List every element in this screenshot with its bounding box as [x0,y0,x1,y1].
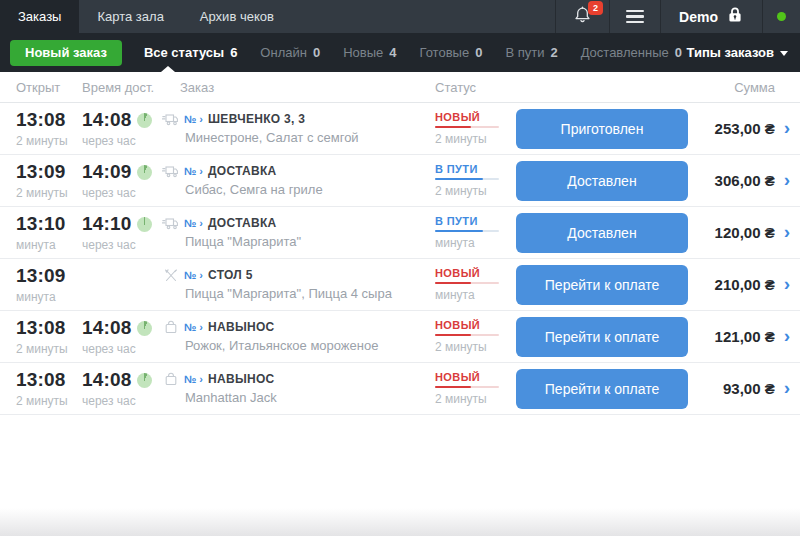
table-row[interactable]: 13:08 2 минуты 14:08 через час № › НАВЫН… [0,363,800,415]
status-time: 2 минуты [435,132,516,146]
truck-icon [162,165,179,178]
status-time: минута [435,288,516,302]
chevron-right-icon[interactable]: › [784,378,790,397]
chevron-right-icon[interactable]: › [784,274,790,293]
filter-count: 0 [475,45,482,60]
opened-time: 13:09 [16,161,82,183]
opened-ago: 2 минуты [16,134,82,148]
order-title: СТОЛ 5 [208,268,253,282]
filter-count: 0 [675,45,682,60]
order-title: НАВЫНОС [208,372,275,386]
user-account-button[interactable]: Demo [661,0,762,33]
tab-receipts-archive[interactable]: Архив чеков [182,0,292,33]
tab-hall-map[interactable]: Карта зала [79,0,181,33]
order-action-button[interactable]: Перейти к оплате [516,265,688,305]
filter-count: 2 [550,45,557,60]
opened-ago: минута [16,290,82,304]
chevron-down-icon [780,51,788,56]
table-row[interactable]: 13:08 2 минуты 14:08 через час № › ШЕВЧЕ… [0,103,800,155]
status-badge: НОВЫЙ [435,111,516,123]
menu-button[interactable] [610,0,660,33]
order-number-link[interactable]: № › [184,373,203,385]
opened-time: 13:08 [16,109,82,131]
header-delivery-time: Время дост. [82,80,162,95]
delivery-in: через час [82,238,162,252]
order-action-button[interactable]: Перейти к оплате [516,369,688,409]
user-name: Demo [679,9,718,25]
status-badge: НОВЫЙ [435,267,516,279]
navbar-spacer [292,0,555,33]
truck-icon [162,217,179,230]
order-action-button[interactable]: Доставлен [516,161,688,201]
order-title: НАВЫНОС [208,320,275,334]
order-action-button[interactable]: Приготовлен [516,109,688,149]
opened-time: 13:10 [16,213,82,235]
table-row[interactable]: 13:10 минута 14:10 через час № › ДОСТАВК… [0,207,800,259]
header-sum: Сумма [696,80,800,95]
notification-badge: 2 [588,1,603,15]
order-action-button[interactable]: Доставлен [516,213,688,253]
filter-label: Новые [343,45,383,60]
filter-in-transit[interactable]: В пути 2 [505,45,557,60]
tab-orders[interactable]: Заказы [0,0,79,33]
bottom-fade [0,508,800,536]
status-progress [435,282,499,284]
notifications-button[interactable]: 2 [556,0,609,33]
order-number-link[interactable]: № › [184,217,203,229]
order-sum: 306,00 ₴ [715,172,775,189]
order-items: Сибас, Семга на гриле [162,182,435,197]
table-row[interactable]: 13:09 минута № › СТОЛ 5 Пицца "Маргарита… [0,259,800,311]
filter-count: 6 [230,45,237,60]
filter-new[interactable]: Новые 4 [343,45,396,60]
order-number-link[interactable]: № › [184,113,203,125]
status-progress [435,386,499,388]
order-types-dropdown[interactable]: Типы заказов [687,45,789,60]
timer-icon [137,373,152,388]
order-number-link[interactable]: № › [184,165,203,177]
order-number-link[interactable]: № › [184,269,203,281]
order-sum: 93,00 ₴ [723,380,775,397]
connection-status [763,0,800,33]
status-badge: В ПУТИ [435,215,516,227]
filter-all-statuses[interactable]: Все статусы 6 [144,45,237,60]
filter-online[interactable]: Онлайн 0 [260,45,320,60]
status-filters: Все статусы 6 Онлайн 0 Новые 4 Готовые 0… [144,45,682,60]
chevron-right-icon[interactable]: › [784,326,790,345]
order-action-button[interactable]: Перейти к оплате [516,317,688,357]
status-progress [435,334,499,336]
order-types-label: Типы заказов [687,45,775,60]
order-sum: 121,00 ₴ [715,328,775,345]
table-row[interactable]: 13:09 2 минуты 14:09 через час № › ДОСТА… [0,155,800,207]
order-sum: 210,00 ₴ [715,276,775,293]
filter-bar: Новый заказ Все статусы 6 Онлайн 0 Новые… [0,33,800,72]
chevron-right-icon[interactable]: › [784,222,790,241]
filter-ready[interactable]: Готовые 0 [420,45,483,60]
status-badge: НОВЫЙ [435,371,516,383]
order-sum: 120,00 ₴ [715,224,775,241]
timer-icon [137,217,152,232]
orders-table: Открыт Время дост. Заказ Статус Сумма 13… [0,72,800,536]
order-number-link[interactable]: № › [184,321,203,333]
order-items: Пицца "Маргарита", Пицца 4 сыра [162,286,435,301]
status-badge: НОВЫЙ [435,319,516,331]
filter-label: Все статусы [144,45,224,60]
status-time: минута [435,236,516,250]
order-items: Рожок, Итальянское мороженое [162,338,435,353]
bag-icon [162,320,179,334]
timer-icon [137,321,152,336]
chevron-right-icon[interactable]: › [784,170,790,189]
table-header: Открыт Время дост. Заказ Статус Сумма [0,72,800,103]
order-title: ДОСТАВКА [208,216,277,230]
delivery-in: через час [82,186,162,200]
filter-delivered[interactable]: Доставленные 0 [581,45,682,60]
delivery-time: 14:08 [82,317,132,339]
chevron-right-icon[interactable]: › [784,118,790,137]
status-time: 2 минуты [435,340,516,354]
order-title: ШЕВЧЕНКО 3, 3 [208,112,305,126]
truck-icon [162,113,179,126]
delivery-time: 14:08 [82,369,132,391]
status-progress [435,178,499,180]
table-row[interactable]: 13:08 2 минуты 14:08 через час № › НАВЫН… [0,311,800,363]
new-order-button[interactable]: Новый заказ [10,40,122,66]
opened-time: 13:09 [16,265,82,287]
